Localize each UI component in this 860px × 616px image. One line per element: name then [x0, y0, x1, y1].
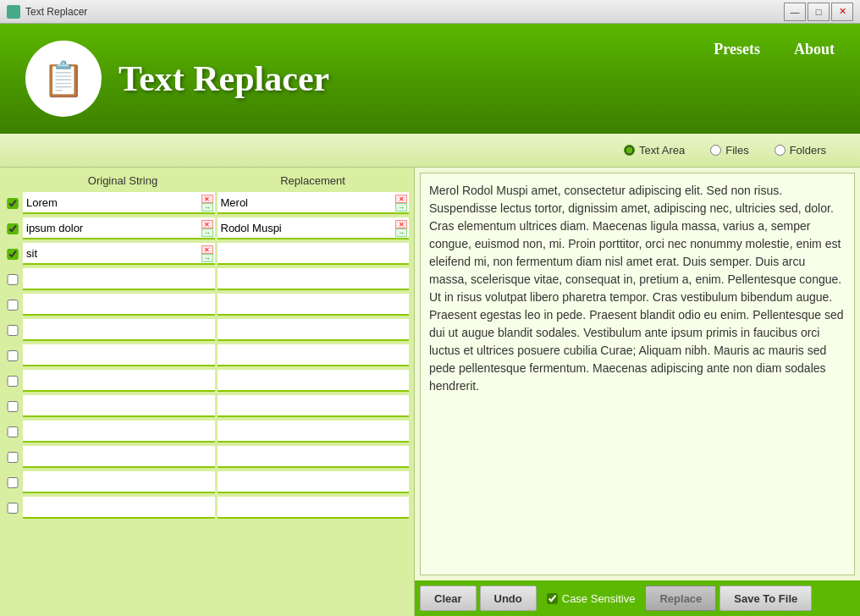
original-input-4[interactable] — [23, 294, 215, 316]
original-input-8[interactable] — [23, 395, 215, 417]
replacement-input-11[interactable] — [218, 471, 410, 493]
replacement-wrap-9 — [218, 421, 410, 443]
replacement-input-2[interactable] — [218, 243, 410, 265]
tab-folders[interactable]: Folders — [775, 144, 826, 157]
row-checkbox-10[interactable] — [5, 452, 20, 463]
replacement-input-3[interactable] — [218, 268, 410, 290]
tab-files-label: Files — [725, 144, 748, 157]
tab-folders-label: Folders — [790, 144, 826, 157]
table-row — [5, 319, 409, 341]
clear-orig-0[interactable]: ✕ — [201, 195, 213, 203]
clear-orig-1[interactable]: ✕ — [201, 220, 213, 228]
presets-link[interactable]: Presets — [714, 41, 760, 58]
original-input-11[interactable] — [23, 471, 215, 493]
orig-icons-1: ✕→ — [201, 220, 213, 237]
repl-icons-0: ✕→ — [395, 195, 407, 212]
replacement-input-8[interactable] — [218, 395, 410, 417]
clear-repl-0[interactable]: ✕ — [395, 195, 407, 203]
about-link[interactable]: About — [794, 41, 835, 58]
undo-button[interactable]: Undo — [480, 586, 537, 611]
table-row — [5, 294, 409, 316]
original-input-5[interactable] — [23, 319, 215, 341]
arrow-orig-1[interactable]: → — [201, 228, 213, 237]
row-checkbox-4[interactable] — [5, 300, 20, 311]
original-wrap-11 — [23, 471, 215, 493]
original-input-7[interactable] — [23, 370, 215, 392]
original-input-10[interactable] — [23, 446, 215, 468]
column-headers: Original String Replacement — [0, 168, 414, 190]
row-checkbox-3[interactable] — [5, 274, 20, 285]
replacement-input-5[interactable] — [218, 319, 410, 341]
replacement-wrap-12 — [218, 497, 410, 519]
table-row — [5, 446, 409, 468]
row-checkbox-8[interactable] — [5, 401, 20, 412]
maximize-button[interactable]: □ — [808, 3, 830, 21]
table-row — [5, 344, 409, 366]
clear-button[interactable]: Clear — [420, 586, 477, 611]
table-row: ✕→✕→ — [5, 192, 409, 214]
original-input-12[interactable] — [23, 497, 215, 519]
replacement-input-1[interactable] — [218, 217, 410, 239]
replacement-input-10[interactable] — [218, 446, 410, 468]
replacement-wrap-1: ✕→ — [218, 217, 410, 239]
arrow-orig-2[interactable]: → — [201, 254, 213, 262]
clear-orig-2[interactable]: ✕ — [201, 245, 213, 254]
row-checkbox-2[interactable] — [5, 249, 20, 260]
original-wrap-0: ✕→ — [23, 192, 215, 214]
original-wrap-10 — [23, 446, 215, 468]
tab-text-area[interactable]: Text Area — [624, 144, 685, 157]
replacement-input-12[interactable] — [218, 497, 410, 519]
tab-folders-radio[interactable] — [775, 145, 786, 156]
original-input-2[interactable] — [23, 243, 215, 265]
app-icon — [7, 5, 20, 19]
tab-files[interactable]: Files — [710, 144, 748, 157]
original-input-0[interactable] — [23, 192, 215, 214]
original-input-6[interactable] — [23, 344, 215, 366]
row-checkbox-9[interactable] — [5, 426, 20, 437]
arrow-orig-0[interactable]: → — [201, 203, 213, 212]
case-sensitive-wrap: Case Sensitive — [540, 592, 642, 605]
table-row — [5, 370, 409, 392]
orig-icons-0: ✕→ — [201, 195, 213, 212]
replacement-input-9[interactable] — [218, 421, 410, 443]
row-checkbox-5[interactable] — [5, 325, 20, 336]
row-checkbox-1[interactable] — [5, 223, 20, 234]
arrow-repl-0[interactable]: → — [395, 203, 407, 212]
tab-text-area-radio[interactable] — [624, 145, 635, 156]
original-input-1[interactable] — [23, 217, 215, 239]
original-wrap-7 — [23, 370, 215, 392]
col-header-replacement: Replacement — [220, 174, 405, 187]
replacement-input-7[interactable] — [218, 370, 410, 392]
save-button[interactable]: Save To File — [719, 586, 812, 611]
minimize-button[interactable]: — — [784, 3, 806, 21]
clear-repl-1[interactable]: ✕ — [395, 220, 407, 228]
row-checkbox-0[interactable] — [5, 198, 20, 209]
arrow-repl-1[interactable]: → — [395, 228, 407, 237]
original-input-3[interactable] — [23, 268, 215, 290]
text-area-wrap — [415, 168, 860, 580]
tab-text-area-label: Text Area — [639, 144, 685, 157]
close-button[interactable]: ✕ — [831, 3, 853, 21]
replacement-input-0[interactable] — [218, 192, 410, 214]
replace-button[interactable]: Replace — [645, 586, 716, 611]
main-content: Original String Replacement ✕→✕→✕→✕→✕→ C… — [0, 168, 860, 616]
replacement-input-4[interactable] — [218, 294, 410, 316]
tab-bar: Text Area Files Folders — [0, 134, 860, 168]
table-row — [5, 497, 409, 519]
right-panel: Clear Undo Case Sensitive Replace Save T… — [415, 168, 860, 616]
original-input-9[interactable] — [23, 421, 215, 443]
table-row: ✕→ — [5, 243, 409, 265]
header: 📋 Text Replacer Presets About — [0, 24, 860, 134]
row-checkbox-7[interactable] — [5, 376, 20, 387]
tab-files-radio[interactable] — [710, 145, 721, 156]
row-checkbox-12[interactable] — [5, 503, 20, 514]
replacement-wrap-6 — [218, 344, 410, 366]
row-checkbox-6[interactable] — [5, 350, 20, 361]
replacement-input-6[interactable] — [218, 344, 410, 366]
replacement-wrap-3 — [218, 268, 410, 290]
case-sensitive-checkbox[interactable] — [547, 593, 558, 604]
main-textarea[interactable] — [420, 173, 855, 575]
replacement-wrap-5 — [218, 319, 410, 341]
titlebar-title: Text Replacer — [25, 6, 87, 18]
row-checkbox-11[interactable] — [5, 477, 20, 488]
